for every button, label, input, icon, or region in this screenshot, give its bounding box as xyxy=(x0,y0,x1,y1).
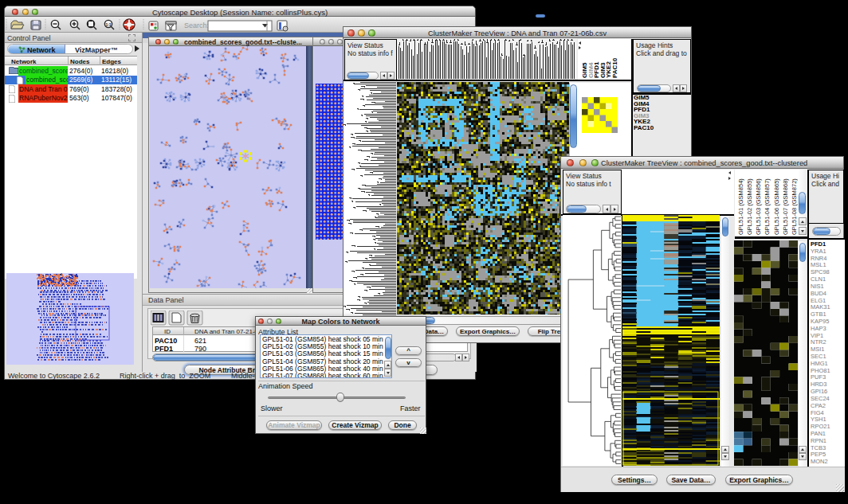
svg-text:GPL51-03 (GSM856): GPL51-03 (GSM856) xyxy=(755,178,762,235)
svg-text:GPL51-01 (GSM854): GPL51-01 (GSM854) xyxy=(737,178,744,235)
svg-text:GPL51-04 (GSM857): GPL51-04 (GSM857) xyxy=(764,178,771,235)
svg-text:Search:: Search: xyxy=(184,21,209,29)
svg-text:1:1: 1:1 xyxy=(105,22,111,27)
svg-text:PAC10: PAC10 xyxy=(611,57,618,78)
svg-text:GPL51-07 (GSM868): GPL51-07 (GSM868) xyxy=(782,178,789,235)
svg-text:GPL51-06 (GSM865): GPL51-06 (GSM865) xyxy=(773,178,780,235)
svg-text:GPL51-02 (GSM855): GPL51-02 (GSM855) xyxy=(746,178,753,235)
svg-text:GPL51-08 (GSM872): GPL51-08 (GSM872) xyxy=(791,178,798,235)
